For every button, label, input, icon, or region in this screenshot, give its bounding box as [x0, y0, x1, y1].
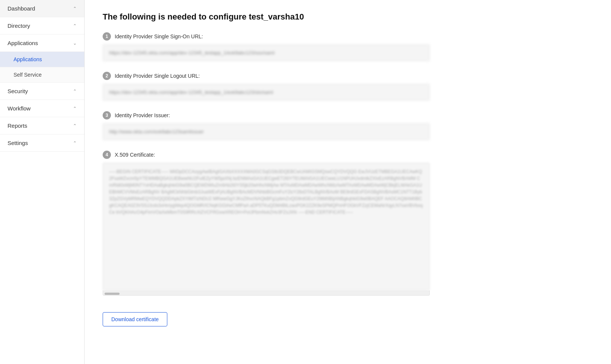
sidebar-item-settings[interactable]: Settings ⌃: [0, 134, 84, 152]
sidebar-item-workflow[interactable]: Workflow ⌃: [0, 100, 84, 117]
sidebar-label-reports: Reports: [8, 122, 27, 129]
chevron-icon-settings: ⌃: [73, 140, 77, 146]
sidebar-label-directory: Directory: [8, 23, 30, 29]
cert-scrollbar: [103, 290, 430, 296]
sidebar-item-applications[interactable]: Applications ⌄: [0, 35, 84, 52]
chevron-icon-security: ⌃: [73, 89, 77, 94]
step-2-section: 2 Identity Provider Single Logout URL: h…: [103, 72, 593, 101]
step-1-section: 1 Identity Provider Single Sign-On URL: …: [103, 32, 593, 61]
sidebar-item-dashboard[interactable]: Dashboard ⌃: [0, 0, 84, 17]
step-2-label: 2 Identity Provider Single Logout URL:: [103, 72, 593, 80]
chevron-icon-dashboard: ⌃: [73, 6, 77, 11]
sidebar-item-reports[interactable]: Reports ⌃: [0, 117, 84, 134]
sidebar-item-directory[interactable]: Directory ⌃: [0, 17, 84, 35]
step-1-badge: 1: [103, 32, 111, 41]
chevron-icon-applications: ⌄: [73, 41, 77, 46]
chevron-icon-reports: ⌃: [73, 123, 77, 128]
sidebar-item-security[interactable]: Security ⌃: [0, 83, 84, 100]
sidebar-label-dashboard: Dashboard: [8, 5, 35, 12]
step-3-badge: 3: [103, 111, 111, 119]
step-2-badge: 2: [103, 72, 111, 80]
main-content: The following is needed to configure tes…: [85, 0, 611, 364]
step-1-label: 1 Identity Provider Single Sign-On URL:: [103, 32, 593, 41]
sidebar: Dashboard ⌃ Directory ⌃ Applications ⌄ A…: [0, 0, 85, 364]
sidebar-sub-label-self-service: Self Service: [14, 72, 42, 78]
step-4-section: 4 X.509 Certificate: -----BEGIN CERTIFIC…: [103, 151, 593, 296]
sidebar-label-workflow: Workflow: [8, 105, 30, 112]
step-1-title: Identity Provider Single Sign-On URL:: [115, 33, 203, 39]
step-4-label: 4 X.509 Certificate:: [103, 151, 593, 159]
step-2-title: Identity Provider Single Logout URL:: [115, 73, 200, 79]
sidebar-sub-self-service[interactable]: Self Service: [0, 67, 84, 83]
step-4-cert-value[interactable]: -----BEGIN CERTIFICATE----- MIIDpDCCAoyg…: [103, 163, 430, 290]
page-title: The following is needed to configure tes…: [103, 12, 593, 22]
step-4-title: X.509 Certificate:: [115, 152, 155, 158]
chevron-icon-directory: ⌃: [73, 23, 77, 29]
chevron-icon-workflow: ⌃: [73, 106, 77, 111]
step-3-value[interactable]: http://www.okta.com/exk9abc123samlissuer: [103, 123, 430, 140]
step-2-value[interactable]: https://dev-12345.okta.com/app/dev-12345…: [103, 84, 430, 101]
sidebar-label-applications: Applications: [8, 40, 38, 46]
download-certificate-button[interactable]: Download certificate: [103, 312, 167, 326]
sidebar-sub-applications[interactable]: Applications: [0, 52, 84, 67]
sidebar-label-security: Security: [8, 88, 28, 94]
sidebar-sub-label-applications: Applications: [14, 56, 42, 62]
sidebar-label-settings: Settings: [8, 140, 28, 146]
step-3-title: Identity Provider Issuer:: [115, 112, 170, 118]
step-4-badge: 4: [103, 151, 111, 159]
step-3-label: 3 Identity Provider Issuer:: [103, 111, 593, 119]
step-3-section: 3 Identity Provider Issuer: http://www.o…: [103, 111, 593, 140]
step-1-value[interactable]: https://dev-12345.okta.com/app/dev-12345…: [103, 44, 430, 61]
